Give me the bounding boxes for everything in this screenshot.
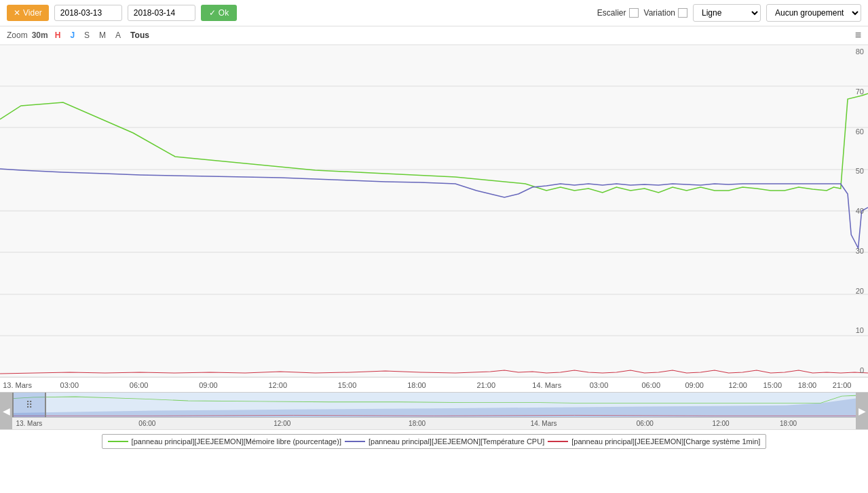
minimap-x-tick: 06:00 bbox=[637, 420, 654, 427]
minimap-svg bbox=[12, 393, 856, 417]
chart-svg bbox=[0, 45, 868, 377]
zoom-label: Zoom bbox=[7, 31, 28, 40]
legend-label-green: [panneau principal][JEEJEEMON][Mémoire l… bbox=[132, 437, 341, 446]
x-tick: 15:00 bbox=[763, 381, 782, 389]
menu-icon[interactable]: ≡ bbox=[855, 29, 861, 41]
x-tick: 12:00 bbox=[269, 381, 288, 389]
legend-item-red: [panneau principal][JEEJEEMON][Charge sy… bbox=[548, 437, 760, 446]
variation-checkbox[interactable] bbox=[678, 8, 687, 18]
vider-icon: ✕ bbox=[14, 8, 20, 18]
legend-bar: [panneau principal][JEEJEEMON][Mémoire l… bbox=[0, 429, 868, 453]
legend-item-blue: [panneau principal][JEEJEEMON][Températu… bbox=[345, 437, 544, 446]
zoom-a-button[interactable]: A bbox=[113, 30, 124, 41]
legend-item-green: [panneau principal][JEEJEEMON][Mémoire l… bbox=[108, 437, 341, 446]
x-tick: 21:00 bbox=[476, 381, 495, 389]
minimap-x-axis: 13. Mars 06:00 12:00 18:00 14. Mars 06:0… bbox=[12, 417, 856, 429]
variation-label: Variation bbox=[644, 8, 687, 18]
legend-line-red bbox=[548, 441, 568, 442]
minimap-scroll-right[interactable]: ▶ bbox=[856, 393, 868, 429]
minimap-x-tick: 18:00 bbox=[780, 420, 797, 427]
vider-label: Vider bbox=[23, 8, 42, 18]
x-axis: 13. Mars 03:00 06:00 09:00 12:00 15:00 1… bbox=[0, 377, 868, 392]
x-tick: 18:00 bbox=[407, 381, 426, 389]
zoom-tous-button[interactable]: Tous bbox=[128, 30, 152, 41]
zoom-j-button[interactable]: J bbox=[67, 30, 77, 41]
minimap-scroll-left[interactable]: ◀ bbox=[0, 393, 12, 429]
ligne-select[interactable]: LigneBarreAire bbox=[693, 4, 761, 22]
escalier-label: Escalier bbox=[597, 8, 639, 18]
zoom-bar: Zoom 30m H J S M A Tous ≡ bbox=[0, 26, 868, 45]
zoom-s-button[interactable]: S bbox=[81, 30, 92, 41]
escalier-checkbox[interactable] bbox=[629, 8, 639, 18]
ok-button[interactable]: ✓ Ok bbox=[201, 5, 237, 21]
x-tick: 13. Mars bbox=[3, 381, 32, 389]
minimap-container: ◀ ▶ 13. Mars 06:00 12:00 18:00 14. Mars … bbox=[0, 392, 868, 429]
minimap-x-tick: 12:00 bbox=[273, 420, 290, 427]
zoom-value: 30m bbox=[32, 31, 48, 40]
zoom-m-button[interactable]: M bbox=[96, 30, 109, 41]
x-tick: 09:00 bbox=[199, 381, 218, 389]
svg-rect-10 bbox=[12, 393, 856, 417]
x-tick: 06:00 bbox=[130, 381, 149, 389]
x-tick: 14. Mars bbox=[532, 381, 561, 389]
x-tick: 06:00 bbox=[641, 381, 660, 389]
legend-label-blue: [panneau principal][JEEJEEMON][Températu… bbox=[369, 437, 544, 446]
x-tick: 12:00 bbox=[728, 381, 747, 389]
date-from-input[interactable] bbox=[54, 5, 122, 21]
minimap-x-tick: 06:00 bbox=[138, 420, 155, 427]
minimap-x-tick: 14. Mars bbox=[531, 420, 557, 427]
x-tick: 03:00 bbox=[60, 381, 79, 389]
legend-label-red: [panneau principal][JEEJEEMON][Charge sy… bbox=[571, 437, 760, 446]
x-tick: 09:00 bbox=[685, 381, 704, 389]
ok-label: Ok bbox=[219, 8, 229, 18]
minimap-handle[interactable]: ⠿ bbox=[12, 393, 46, 417]
x-tick: 03:00 bbox=[590, 381, 609, 389]
minimap-x-tick: 12:00 bbox=[713, 420, 730, 427]
legend-container: [panneau principal][JEEJEEMON][Mémoire l… bbox=[102, 434, 767, 449]
x-tick: 15:00 bbox=[338, 381, 357, 389]
date-to-input[interactable] bbox=[128, 5, 195, 21]
legend-line-blue bbox=[345, 441, 365, 442]
check-icon: ✓ bbox=[209, 8, 216, 18]
minimap-x-tick: 18:00 bbox=[409, 420, 426, 427]
y-axis: 80 70 60 50 40 30 20 10 0 bbox=[841, 45, 868, 377]
vider-button[interactable]: ✕ Vider bbox=[7, 5, 49, 21]
minimap-x-tick: 13. Mars bbox=[16, 420, 42, 427]
groupement-select[interactable]: Aucun groupementPar heurePar jourPar sem… bbox=[766, 4, 861, 22]
zoom-h-button[interactable]: H bbox=[52, 30, 64, 41]
toolbar: ✕ Vider ✓ Ok Escalier Variation LigneBar… bbox=[0, 0, 868, 26]
x-tick: 21:00 bbox=[833, 381, 852, 389]
legend-line-green bbox=[108, 441, 128, 442]
chart-container: 80 70 60 50 40 30 20 10 0 bbox=[0, 45, 868, 377]
x-tick: 18:00 bbox=[798, 381, 817, 389]
